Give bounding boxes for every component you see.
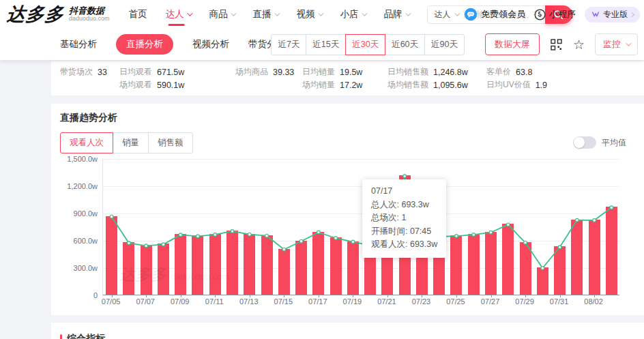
stat-value: 1.9 bbox=[536, 80, 547, 90]
line-marker bbox=[524, 241, 527, 244]
trend-line bbox=[103, 159, 620, 295]
stat-item: 带货场次33 bbox=[60, 65, 107, 78]
nav-item-小店[interactable]: 小店 bbox=[340, 0, 366, 29]
metric-tab-销量[interactable]: 销量 bbox=[113, 132, 149, 153]
nav-item-label: 小店 bbox=[340, 8, 359, 20]
nav-item-视频[interactable]: 视频 bbox=[297, 0, 322, 29]
date-range-近15天[interactable]: 近15天 bbox=[306, 34, 346, 55]
switch-knob bbox=[574, 137, 585, 148]
nav-item-label: 视频 bbox=[297, 8, 315, 20]
line-marker bbox=[610, 206, 613, 209]
average-toggle-wrap: 平均值 bbox=[573, 136, 626, 149]
x-axis-label: 07/19 bbox=[337, 297, 367, 306]
x-axis-label: 07/21 bbox=[372, 297, 402, 306]
section-header: 综合指标 bbox=[60, 333, 105, 339]
line-marker bbox=[575, 218, 579, 222]
chevron-right-icon bbox=[630, 12, 634, 16]
line-marker bbox=[558, 246, 561, 249]
line-marker bbox=[265, 234, 269, 237]
metric-tab-观看人次[interactable]: 观看人次 bbox=[60, 132, 113, 153]
nav-item-品牌[interactable]: 品牌 bbox=[384, 0, 409, 29]
tooltip-rows: 总人次: 693.3w总场次: 1开播时间: 07:45观看人次: 693.3w bbox=[371, 198, 437, 252]
date-range-近90天[interactable]: 近90天 bbox=[424, 34, 465, 55]
metric-tab-销售额[interactable]: 销售额 bbox=[148, 132, 193, 153]
nav-item-label: 品牌 bbox=[384, 8, 402, 20]
y-axis-label: 1,200.0w bbox=[67, 182, 98, 190]
stat-item: 场均观看590.1w bbox=[119, 78, 184, 91]
stat-label: 客单价 bbox=[486, 66, 511, 78]
nav-item-label: 商品 bbox=[209, 8, 228, 20]
x-axis-label: 07/05 bbox=[96, 297, 126, 306]
chevron-down-icon bbox=[362, 10, 367, 16]
line-marker bbox=[472, 233, 475, 237]
favorite-button[interactable]: ☆ bbox=[573, 38, 585, 51]
chevron-down-icon bbox=[405, 10, 411, 16]
x-axis-label: 07/11 bbox=[199, 297, 229, 306]
chevron-down-icon bbox=[318, 10, 323, 16]
tooltip-row: 开播时间: 07:45 bbox=[371, 225, 437, 239]
stat-value: 1,246.8w bbox=[433, 68, 468, 77]
nav-item-label: 达人 bbox=[166, 8, 184, 20]
stat-value: 63.8 bbox=[516, 68, 532, 77]
tab-直播分析[interactable]: 直播分析 bbox=[116, 34, 173, 55]
chevron-down-icon bbox=[231, 10, 236, 16]
stat-label: 日均UV价值 bbox=[486, 79, 531, 91]
miniapp-link[interactable]: 小程序 bbox=[534, 8, 576, 20]
brand-logo[interactable]: 达多多 抖音数据 daduoduo.com bbox=[7, 2, 110, 27]
dashboard-grid-button[interactable] bbox=[550, 38, 563, 51]
miniapp-icon bbox=[534, 9, 546, 20]
stat-value: 671.5w bbox=[157, 68, 184, 77]
stat-item: 客单价63.8 bbox=[486, 65, 547, 78]
tab-基础分析[interactable]: 基础分析 bbox=[60, 34, 97, 55]
monitor-dropdown-button[interactable]: 监控 bbox=[595, 33, 638, 55]
nav-item-首页[interactable]: 首页 bbox=[129, 0, 147, 29]
x-axis-label: 07/23 bbox=[406, 297, 436, 306]
tab-视频分析[interactable]: 视频分析 bbox=[192, 34, 229, 55]
stat-group-1: 日均观看671.5w场均观看590.1w bbox=[119, 65, 184, 91]
stat-label: 场均观看 bbox=[119, 79, 152, 91]
nav-item-商品[interactable]: 商品 bbox=[209, 0, 235, 29]
monitor-label: 监控 bbox=[603, 38, 621, 50]
date-range-近7天[interactable]: 近7天 bbox=[271, 34, 306, 55]
chevron-down-icon bbox=[274, 10, 280, 16]
top-bar: 达多多 抖音数据 daduoduo.com 首页达人商品直播视频小店品牌 达人 bbox=[0, 0, 644, 29]
brand-subtitle: 抖音数据 bbox=[69, 6, 110, 16]
live-trend-card: 直播趋势分析 观看人次销量销售额 平均值 0300.0w600.0w900.0w… bbox=[51, 104, 644, 315]
section-title: 综合指标 bbox=[67, 333, 105, 339]
nav-item-达人[interactable]: 达人 bbox=[166, 0, 191, 29]
stat-label: 场均销售额 bbox=[387, 79, 428, 91]
data-big-screen-button[interactable]: 数据大屏 bbox=[485, 33, 540, 55]
live-stats-card: 带货场次33日均观看671.5w场均观看590.1w场均商品39.33日均销量1… bbox=[51, 61, 644, 95]
metric-tab-group: 观看人次销量销售额 bbox=[60, 132, 193, 153]
next-section-card: 综合指标 bbox=[51, 323, 644, 339]
stat-label: 日均销售额 bbox=[387, 66, 428, 78]
stat-value: 33 bbox=[98, 68, 107, 77]
chart-plot bbox=[102, 159, 619, 295]
analysis-subnav: 基础分析直播分析视频分析带货分析粉丝分析 近7天近15天近30天近60天近90天… bbox=[0, 29, 644, 60]
stat-group-3: 日均销量19.5w场均销量17.2w bbox=[302, 65, 362, 91]
subnav-controls: 近7天近15天近30天近60天近90天 数据大屏 ☆ 监控 bbox=[271, 33, 638, 55]
line-marker bbox=[196, 235, 200, 238]
pro-badge-icon bbox=[591, 10, 600, 19]
chat-icon bbox=[464, 8, 478, 21]
y-axis-label: 900.0w bbox=[74, 209, 98, 218]
nav-item-直播[interactable]: 直播 bbox=[253, 0, 278, 29]
chevron-down-icon bbox=[626, 40, 631, 46]
date-range-近30天[interactable]: 近30天 bbox=[345, 34, 385, 55]
member-link[interactable]: 免费领会员 bbox=[464, 8, 525, 21]
line-marker bbox=[231, 230, 234, 233]
x-axis-label: 07/15 bbox=[268, 297, 298, 306]
stat-value: 39.33 bbox=[273, 68, 294, 77]
search-category-select[interactable]: 达人 bbox=[428, 9, 464, 20]
tooltip-row: 总场次: 1 bbox=[371, 211, 437, 225]
x-axis-label: 07/27 bbox=[475, 297, 506, 306]
pro-version-link[interactable]: 专业版 bbox=[585, 7, 640, 23]
date-range-近60天[interactable]: 近60天 bbox=[385, 34, 425, 55]
average-toggle-switch[interactable] bbox=[573, 136, 596, 149]
stat-value: 19.5w bbox=[340, 68, 362, 77]
y-axis-label: 1,500.0w bbox=[67, 155, 98, 163]
line-marker bbox=[128, 241, 131, 245]
brand-domain: daduoduo.com bbox=[69, 16, 110, 22]
chart-tooltip: 07/17 总人次: 693.3w总场次: 1开播时间: 07:45观看人次: … bbox=[362, 179, 446, 258]
member-link-label: 免费领会员 bbox=[481, 8, 525, 20]
